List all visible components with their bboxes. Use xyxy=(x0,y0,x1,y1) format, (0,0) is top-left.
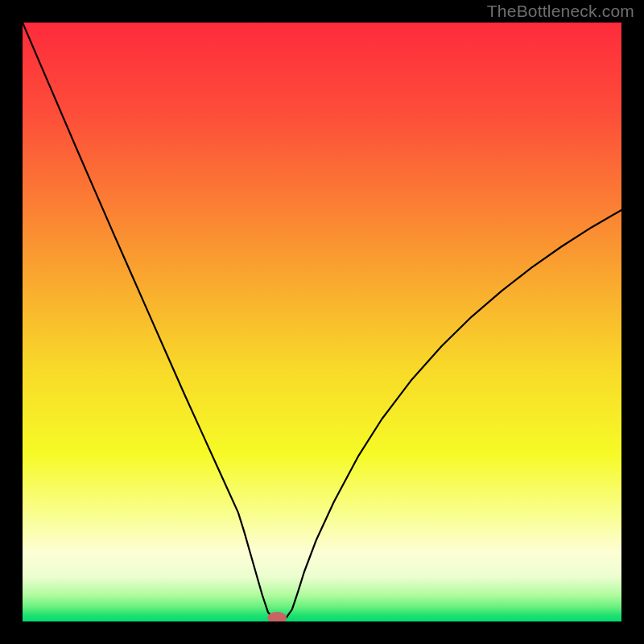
chart-container: TheBottleneck.com xyxy=(0,0,644,644)
plot-area xyxy=(23,23,621,621)
chart-svg xyxy=(23,23,621,621)
gradient-background xyxy=(23,23,621,621)
watermark-text: TheBottleneck.com xyxy=(487,2,634,21)
